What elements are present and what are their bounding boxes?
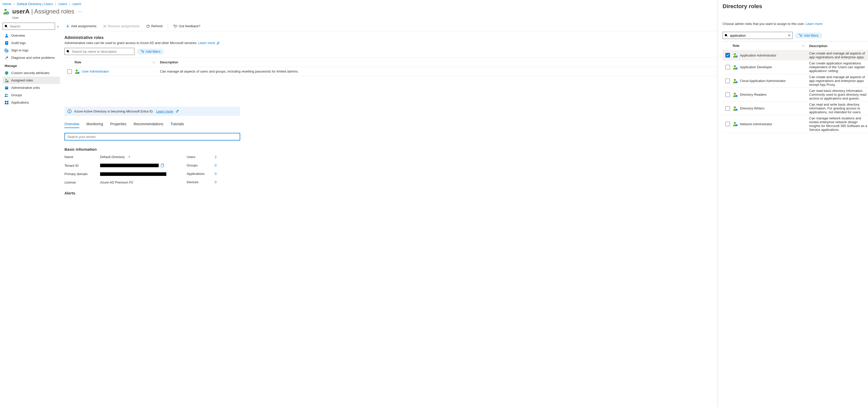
signin-icon [5,48,9,53]
sort-icon[interactable]: ↑↓ [152,61,160,64]
crumb-usera[interactable]: userA [72,2,81,6]
add-assignments-button[interactable]: Add assignments [64,23,98,29]
alerts-header: Alerts [64,191,718,195]
role-icon [733,53,738,58]
tenant-search-input[interactable] [67,135,238,139]
row-checkbox[interactable] [725,92,730,97]
directory-roles-flyout: Directory roles Choose admin roles that … [718,0,868,407]
table-row[interactable]: Directory WritersCan read and write basi… [722,102,868,115]
svg-rect-26 [69,111,70,112]
svg-point-32 [734,65,736,67]
row-checkbox[interactable] [725,122,730,126]
more-button[interactable]: ··· [77,9,83,14]
nav-assigned-roles[interactable]: Assigned roles [3,77,60,84]
row-checkbox[interactable] [725,79,730,83]
tab-properties[interactable]: Properties [110,121,127,128]
basic-info-header: Basic information [64,147,718,151]
nav-custom-security-attrs[interactable]: Custom security attributes [3,69,60,77]
admin-roles-desc: Administrative roles can be used to gran… [64,41,718,45]
nav-applications[interactable]: Applications [3,99,60,106]
nav-manage-header: Manage [3,61,60,69]
filter-plus-icon [799,34,802,37]
tab-monitoring[interactable]: Monitoring [86,121,103,128]
banner-learn-more-link[interactable]: Learn more [156,109,173,113]
crumb-users[interactable]: Users [58,2,67,6]
nav-audit-logs[interactable]: Audit logs [3,39,60,46]
role-name: Directory Readers [740,93,767,97]
tab-tutorials[interactable]: Tutorials [170,121,184,128]
svg-point-22 [75,69,78,71]
lower-tabs: Overview Monitoring Properties Recommend… [64,121,718,128]
flyout-col-role[interactable]: Role [733,44,802,47]
sort-icon[interactable]: ↑↓ [802,44,809,47]
row-checkbox[interactable] [67,69,72,74]
flyout-title: Directory roles [722,3,868,10]
info-icon [67,109,71,113]
x-icon [103,25,106,28]
role-icon [733,92,738,97]
got-feedback-button[interactable]: Got feedback? [172,23,202,29]
nav-signin-logs[interactable]: Sign-in logs [3,46,60,54]
feedback-icon [173,25,177,28]
clear-search-icon[interactable]: ✕ [788,33,791,37]
page-title: userA | Assigned roles [12,8,74,15]
table-row[interactable]: Application DeveloperCan create applicat… [722,60,868,74]
role-description: Can manage network locations and review … [809,116,868,132]
table-row[interactable]: Cloud Application AdministratorCan creat… [722,74,868,88]
users-count-link[interactable]: 2 [215,155,216,159]
copy-icon[interactable] [161,163,164,168]
flyout-learn-more-link[interactable]: Learn more [806,22,823,26]
role-name: Directory Writers [740,106,765,110]
applications-count-link[interactable]: 0 [215,172,216,176]
svg-rect-28 [161,164,163,167]
role-icon [733,65,738,70]
nav-groups[interactable]: Groups [3,91,60,99]
nav-diagnose[interactable]: Diagnose and solve problems [3,54,60,61]
table-row[interactable]: User Administrator Can manage all aspect… [64,67,718,76]
admin-learn-more-link[interactable]: Learn more [198,41,215,45]
refresh-icon [146,25,150,28]
role-search-input[interactable] [71,49,133,54]
groups-label: Groups [187,163,215,167]
user-check-icon [5,78,9,82]
col-role[interactable]: Role [74,61,152,64]
svg-point-41 [736,124,738,126]
flyout-add-filters-button[interactable]: Add filters [795,33,822,38]
collapse-nav-icon[interactable]: « [57,25,59,28]
row-checkbox[interactable] [725,106,730,111]
crumb-dir-users[interactable]: Default Directory | Users [17,2,53,6]
tab-overview[interactable]: Overview [64,121,79,128]
groups-count-link[interactable]: 0 [215,163,216,167]
table-row[interactable]: Application AdministratorCan create and … [722,50,868,60]
tenant-search[interactable] [64,133,240,140]
role-name-link[interactable]: User Administrator [82,69,109,73]
nav-search-input[interactable] [9,24,53,29]
col-description[interactable]: Description [160,60,718,64]
devices-count-link[interactable]: 0 [215,180,216,184]
role-search[interactable] [64,48,134,55]
svg-point-30 [734,53,736,55]
nav-search[interactable] [3,23,55,30]
nav-admin-units[interactable]: Administrative units [3,84,60,91]
row-checkbox[interactable] [725,65,730,69]
tab-recommendations[interactable]: Recommendations [134,121,163,128]
table-row[interactable]: Directory ReadersCan read basic director… [722,88,868,102]
svg-rect-17 [7,101,8,102]
refresh-button[interactable]: Refresh [145,23,164,29]
person-icon [5,34,9,38]
role-icon [733,122,738,127]
nav-overview[interactable]: Overview [3,32,60,39]
external-link-icon [176,110,179,113]
flyout-search[interactable]: ✕ [722,32,793,39]
flyout-col-description[interactable]: Description [809,44,868,48]
svg-rect-19 [7,103,8,104]
svg-point-37 [736,95,738,97]
flyout-search-input[interactable] [730,33,786,38]
people-icon [5,93,9,97]
role-name: Application Administrator [740,54,776,57]
crumb-home[interactable]: Home [3,2,11,6]
add-filters-button[interactable]: Add filters [137,48,164,55]
table-row[interactable]: Network AdministratorCan manage network … [722,115,868,133]
row-checkbox[interactable] [725,53,730,58]
svg-point-23 [78,72,80,74]
